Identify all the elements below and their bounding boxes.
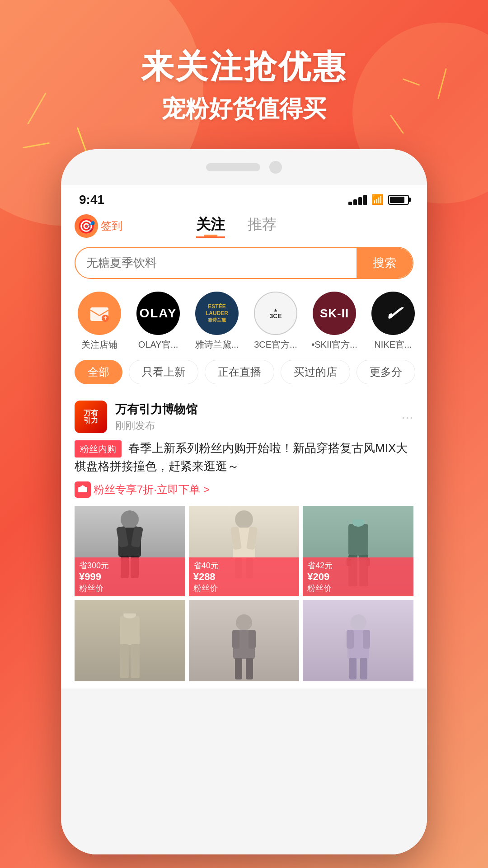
top-nav: 🎯 签到 关注 推荐 [61,211,427,243]
store-item-3ce[interactable]: ▲ 3CE 3CE官方... [246,292,305,351]
search-input-wrap: 搜索 [75,247,413,279]
search-bar: 搜索 [61,243,427,286]
search-button[interactable]: 搜索 [357,248,413,278]
store-avatar-nike: ✓ [371,292,415,335]
content-area: 万有引力 万有引力博物馆 刚刚发布 ··· 粉丝内购 春季上新系列粉丝内购开始啦… [61,390,427,854]
battery-icon [388,195,409,205]
product-item-6[interactable] [303,600,413,681]
product-badge-3: 省42元 ¥209 粉丝价 [303,557,413,596]
status-bar: 9:41 📶 [61,185,427,211]
svg-rect-35 [363,630,370,649]
store-item-skii[interactable]: SK-II •SKII官方... [305,292,364,351]
svg-rect-34 [347,630,354,649]
svg-rect-36 [349,658,357,679]
svg-rect-22 [120,616,140,645]
svg-point-10 [235,510,253,528]
promo-icon [75,481,91,498]
search-input[interactable] [75,249,357,277]
svg-rect-31 [246,658,253,679]
svg-point-32 [350,614,366,631]
status-time: 9:41 [79,193,104,207]
hero-section: 来关注抢优惠 宠粉好货值得买 [0,45,488,125]
svg-rect-3 [78,487,87,492]
phone-notch [61,149,427,185]
store-name-olay: OLAY官... [138,339,178,351]
filter-more[interactable]: 更多分 [357,360,415,384]
svg-rect-28 [232,630,239,649]
product-grid-row1: 省300元 ¥999 粉丝价 [75,506,413,596]
svg-rect-16 [348,524,368,556]
phone-speaker [206,163,260,171]
signin-label: 签到 [101,219,122,233]
post-text: 粉丝内购 春季上新系列粉丝内购开始啦！新品穿搭复古风MIX大棋盘格拼接撞色，赶紧… [75,439,413,475]
product-badge-1: 省300元 ¥999 粉丝价 [75,557,185,596]
post-avatar[interactable]: 万有引力 [75,401,107,433]
signin-icon: 🎯 [75,214,98,238]
svg-rect-24 [131,644,140,678]
post-promo[interactable]: 粉丝专享7折·立即下单 > [75,481,413,498]
hero-sub-title: 宠粉好货值得买 [0,93,488,125]
signin-button[interactable]: 🎯 签到 [75,214,122,238]
store-avatar-3ce: ▲ 3CE [254,292,297,335]
tab-recommend[interactable]: 推荐 [248,215,277,238]
svg-rect-23 [120,644,129,678]
store-avatar-skii: SK-II [313,292,356,335]
wifi-icon: 📶 [371,194,384,206]
phone-frame: 9:41 📶 🎯 签到 [61,149,427,854]
store-avatar-estee: ESTÉELAUDER雅诗兰黛 [195,292,239,335]
store-item-followed[interactable]: + 关注店铺 [70,292,129,351]
tab-follow[interactable]: 关注 [196,215,225,238]
post-time: 刚刚发布 [115,419,401,433]
post-header: 万有引力 万有引力博物馆 刚刚发布 ··· [75,401,413,433]
post-card: 万有引力 万有引力博物馆 刚刚发布 ··· 粉丝内购 春季上新系列粉丝内购开始啦… [61,390,427,689]
product-grid-row2 [75,600,413,681]
store-name-nike: NIKE官... [374,339,412,351]
product-item-4[interactable] [75,600,185,681]
nav-tabs: 关注 推荐 [122,215,350,238]
status-icons: 📶 [348,194,409,206]
svg-point-26 [236,614,252,631]
product-item-1[interactable]: 省300元 ¥999 粉丝价 [75,506,185,596]
store-item-olay[interactable]: OLAY OLAY官... [129,292,188,351]
hero-main-title: 来关注抢优惠 [0,45,488,89]
product-item-5[interactable] [189,600,300,681]
product-item-3[interactable]: 省42元 ¥209 粉丝价 [303,506,413,596]
store-item-nike[interactable]: ✓ NIKE官... [364,292,422,351]
store-name-followed: 关注店铺 [81,339,117,351]
store-avatar-olay: OLAY [136,292,180,335]
stores-row: + 关注店铺 OLAY OLAY官... ESTÉELAUDER雅诗兰黛 雅诗兰… [61,286,427,354]
svg-text:+: + [103,314,107,321]
svg-rect-37 [360,658,367,679]
svg-rect-29 [249,630,256,649]
product-item-2[interactable]: 省40元 ¥288 粉丝价 [189,506,300,596]
signal-icon [348,195,367,205]
post-menu-button[interactable]: ··· [401,409,413,425]
store-name-skii: •SKII官方... [311,339,357,351]
promo-text: 粉丝专享7折·立即下单 > [94,482,210,497]
phone-screen: 9:41 📶 🎯 签到 [61,185,427,854]
product-badge-2: 省40元 ¥288 粉丝价 [189,557,300,596]
filter-live[interactable]: 正在直播 [205,360,274,384]
post-tag: 粉丝内购 [75,440,122,458]
store-item-estee[interactable]: ESTÉELAUDER雅诗兰黛 雅诗兰黛... [188,292,246,351]
post-info: 万有引力博物馆 刚刚发布 [115,401,401,433]
svg-rect-30 [235,658,242,679]
phone-camera [269,161,282,174]
store-avatar-followed: + [78,292,121,335]
post-author: 万有引力博物馆 [115,401,401,417]
filter-new[interactable]: 只看上新 [129,360,198,384]
filter-all[interactable]: 全部 [75,360,122,384]
store-name-estee: 雅诗兰黛... [195,339,239,351]
svg-point-4 [121,510,139,528]
filter-bought[interactable]: 买过的店 [281,360,350,384]
store-name-3ce: 3CE官方... [254,339,297,351]
filter-chips: 全部 只看上新 正在直播 买过的店 更多分 [61,354,427,390]
